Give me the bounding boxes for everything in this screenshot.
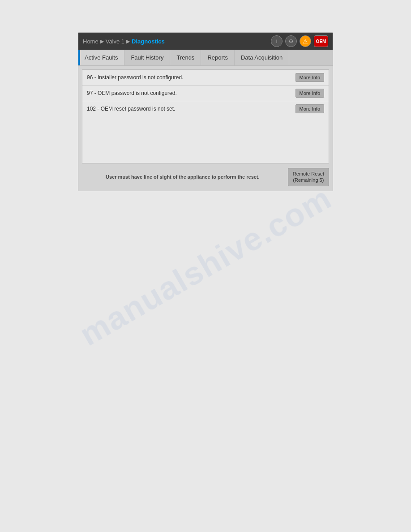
- info-icon-button[interactable]: i: [271, 35, 283, 47]
- tab-bar: Active Faults Fault History Trends Repor…: [78, 50, 333, 66]
- tab-reports-label: Reports: [207, 54, 228, 61]
- app-panel: Home ▶ Valve 1 ▶ Diagnostics i ⊙ ⚠ OEM: [78, 32, 333, 191]
- more-info-button-2[interactable]: More Info: [295, 89, 324, 98]
- tab-active-faults-label: Active Faults: [85, 54, 118, 61]
- fault-message-2: 97 - OEM password is not configured.: [87, 90, 291, 96]
- oem-icon-button[interactable]: OEM: [314, 35, 328, 47]
- tab-active-faults[interactable]: Active Faults: [78, 50, 124, 65]
- more-info-button-3[interactable]: More Info: [295, 104, 324, 113]
- reset-area: User must have line of sight of the appl…: [78, 163, 333, 191]
- remote-reset-label: Remote Reset: [293, 171, 324, 177]
- fault-row: 102 - OEM reset password is not set.More…: [82, 101, 329, 116]
- camera-icon: ⊙: [289, 38, 293, 44]
- fault-message-1: 96 - Installer password is not configure…: [87, 74, 291, 81]
- tab-data-acquisition-label: Data Acquisition: [241, 54, 283, 61]
- fault-message-3: 102 - OEM reset password is not set.: [87, 106, 291, 112]
- reset-message: User must have line of sight of the appl…: [82, 174, 283, 180]
- fault-scroll-area[interactable]: 96 - Installer password is not configure…: [82, 70, 329, 163]
- header-bar: Home ▶ Valve 1 ▶ Diagnostics i ⊙ ⚠ OEM: [78, 33, 333, 50]
- tab-fault-history-label: Fault History: [131, 54, 163, 61]
- fault-list: 96 - Installer password is not configure…: [82, 69, 329, 163]
- tab-data-acquisition[interactable]: Data Acquisition: [235, 50, 289, 65]
- warning-icon-button[interactable]: ⚠: [300, 35, 311, 47]
- fault-row: 97 - OEM password is not configured.More…: [82, 86, 329, 101]
- remaining-label: (Remaining 5): [293, 177, 324, 183]
- breadcrumb-arrow2: ▶: [126, 39, 130, 44]
- breadcrumb-arrow1: ▶: [100, 39, 104, 44]
- tab-fault-history[interactable]: Fault History: [124, 50, 170, 65]
- camera-icon-button[interactable]: ⊙: [285, 35, 297, 47]
- page-wrapper: Home ▶ Valve 1 ▶ Diagnostics i ⊙ ⚠ OEM: [0, 0, 411, 532]
- warning-icon: ⚠: [303, 38, 308, 45]
- fault-row: 96 - Installer password is not configure…: [82, 70, 329, 86]
- breadcrumb-valve[interactable]: Valve 1: [106, 38, 124, 45]
- breadcrumb-current: Diagnostics: [132, 38, 165, 45]
- watermark: manualshive.com: [73, 179, 338, 353]
- tab-trends[interactable]: Trends: [170, 50, 201, 65]
- content-area: 96 - Installer password is not configure…: [78, 69, 333, 191]
- info-icon: i: [276, 38, 278, 44]
- oem-label: OEM: [316, 39, 326, 44]
- breadcrumb: Home ▶ Valve 1 ▶ Diagnostics: [83, 38, 165, 45]
- remote-reset-button[interactable]: Remote Reset (Remaining 5): [288, 168, 329, 186]
- header-icons: i ⊙ ⚠ OEM: [271, 35, 328, 47]
- tab-reports[interactable]: Reports: [201, 50, 235, 65]
- more-info-button-1[interactable]: More Info: [295, 73, 324, 82]
- breadcrumb-home[interactable]: Home: [83, 38, 98, 45]
- tab-trends-label: Trends: [176, 54, 194, 61]
